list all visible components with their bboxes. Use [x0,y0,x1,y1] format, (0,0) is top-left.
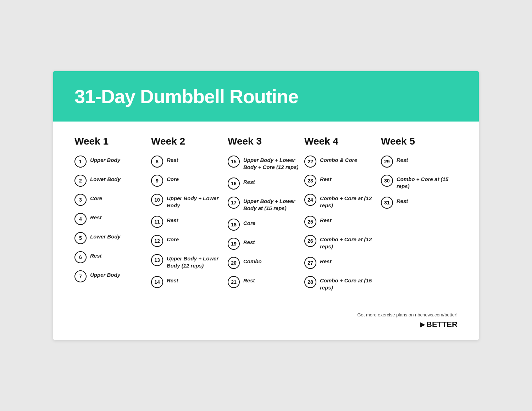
day-circle: 20 [228,257,240,269]
day-item: 29Rest [381,155,454,168]
week-title-1: Week 1 [74,136,148,147]
day-circle: 11 [151,216,163,228]
day-item: 2Lower Body [74,174,148,187]
day-circle: 17 [228,197,240,209]
day-label: Rest [320,215,332,224]
day-item: 20Combo [228,256,301,269]
day-circle: 28 [304,276,316,288]
day-item: 16Rest [228,177,301,190]
day-item: 28Combo + Core at (15 reps) [304,275,377,291]
better-logo: ▶ BETTER [357,320,458,329]
day-label: Lower Body [90,231,121,240]
day-item: 4Rest [74,212,148,225]
day-item: 22Combo & Core [304,155,377,168]
promo-text: Get more exercise plans on nbcnews.com/b… [357,311,458,319]
brand-name: BETTER [426,320,458,329]
footer: Get more exercise plans on nbcnews.com/b… [53,308,479,340]
day-label: Rest [243,275,255,284]
day-item: 13Upper Body + Lower Body (12 reps) [151,253,224,269]
day-item: 25Rest [304,215,377,228]
day-label: Combo [243,256,262,265]
day-circle: 7 [74,270,87,282]
day-item: 23Rest [304,174,377,187]
day-circle: 6 [74,251,87,263]
day-label: Core [90,193,102,202]
day-circle: 14 [151,276,163,288]
day-circle: 31 [381,197,393,209]
day-label: Core [167,234,179,243]
day-label: Upper Body + Lower Body (12 reps) [167,253,224,269]
day-item: 5Lower Body [74,231,148,244]
day-item: 11Rest [151,215,224,228]
day-circle: 15 [228,156,240,168]
day-item: 24Combo + Core at (12 reps) [304,193,377,209]
day-item: 18Core [228,218,301,231]
day-circle: 27 [304,257,316,269]
week-col-3: Week 315Upper Body + Lower Body + Core (… [228,136,304,297]
week-title-5: Week 5 [381,136,454,147]
day-circle: 8 [151,156,163,168]
day-label: Upper Body + Lower Body + Core (12 reps) [243,155,301,170]
day-circle: 9 [151,175,163,187]
week-col-1: Week 11Upper Body2Lower Body3Core4Rest5L… [74,136,151,297]
day-circle: 1 [74,156,87,168]
day-label: Upper Body [90,155,120,164]
day-item: 6Rest [74,250,148,263]
day-label: Core [243,218,255,227]
day-label: Rest [320,174,332,183]
day-label: Core [167,174,179,183]
arrow-icon: ▶ [420,321,425,328]
day-label: Rest [167,155,178,164]
week-title-2: Week 2 [151,136,224,147]
day-label: Upper Body [90,270,120,278]
day-label: Rest [397,196,408,205]
day-item: 9Core [151,174,224,187]
day-circle: 22 [304,156,316,168]
day-circle: 16 [228,178,240,190]
day-circle: 23 [304,175,316,187]
day-item: 7Upper Body [74,270,148,282]
day-label: Rest [243,177,255,186]
day-label: Combo + Core at (12 reps) [320,234,377,250]
day-circle: 18 [228,219,240,231]
day-label: Upper Body + Lower Body [167,193,224,209]
weeks-grid: Week 11Upper Body2Lower Body3Core4Rest5L… [53,122,479,308]
day-circle: 25 [304,216,316,228]
day-label: Rest [90,212,102,221]
day-label: Combo + Core at (12 reps) [320,193,377,209]
day-item: 17Upper Body + Lower Body at (15 reps) [228,196,301,212]
day-circle: 29 [381,156,393,168]
day-label: Rest [167,215,178,224]
day-item: 30Combo + Core at (15 reps) [381,174,454,190]
day-item: 21Rest [228,275,301,288]
day-label: Rest [167,275,178,284]
day-item: 10Upper Body + Lower Body [151,193,224,209]
day-item: 1Upper Body [74,155,148,168]
day-label: Rest [397,155,408,164]
week-title-4: Week 4 [304,136,377,147]
day-circle: 26 [304,235,316,247]
day-circle: 2 [74,175,87,187]
day-circle: 21 [228,276,240,288]
main-card: 31-Day Dumbbell Routine Week 11Upper Bod… [53,71,479,340]
day-circle: 4 [74,213,87,225]
day-item: 3Core [74,193,148,206]
day-label: Rest [90,250,102,259]
day-item: 27Rest [304,256,377,269]
day-label: Lower Body [90,174,121,183]
day-label: Rest [243,237,255,246]
day-item: 31Rest [381,196,454,209]
week-col-4: Week 422Combo & Core23Rest24Combo + Core… [304,136,381,297]
day-circle: 3 [74,194,87,206]
week-col-5: Week 529Rest30Combo + Core at (15 reps)3… [381,136,458,297]
header-banner: 31-Day Dumbbell Routine [53,71,479,122]
day-item: 14Rest [151,275,224,288]
day-label: Combo & Core [320,155,357,164]
day-circle: 10 [151,194,163,206]
day-circle: 13 [151,254,163,266]
day-label: Combo + Core at (15 reps) [397,174,454,190]
day-item: 15Upper Body + Lower Body + Core (12 rep… [228,155,301,170]
day-label: Rest [320,256,332,265]
page-title: 31-Day Dumbbell Routine [74,85,458,107]
day-label: Combo + Core at (15 reps) [320,275,377,291]
